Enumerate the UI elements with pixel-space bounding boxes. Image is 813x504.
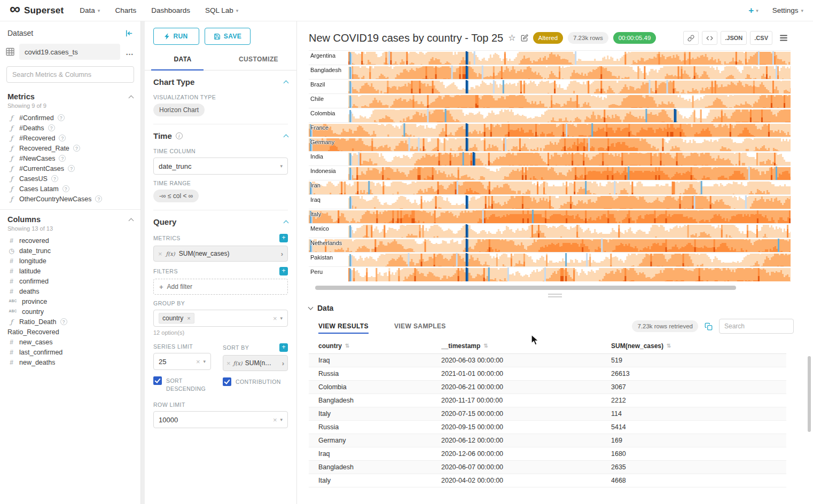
copy-data-icon[interactable]: [705, 322, 713, 330]
expand-metric-icon[interactable]: ›: [281, 250, 283, 257]
chevron-up-icon[interactable]: [129, 218, 134, 223]
vertical-scrollbar-thumb[interactable]: [808, 356, 811, 432]
horizon-row[interactable]: Pakistan: [309, 252, 791, 266]
table-row[interactable]: Iraq 2020-06-03 00:00:00 519: [309, 354, 786, 367]
column-item[interactable]: # confirmed: [0, 276, 140, 286]
group-by-select[interactable]: country × × ▾: [153, 310, 288, 327]
metric-item[interactable]: ƒ #Confirmed ?: [0, 113, 140, 123]
column-header[interactable]: SUM(new_cases) ⇅: [611, 342, 786, 350]
table-row[interactable]: Russia 2020-09-15 00:00:00 5414: [309, 421, 786, 434]
export-json-button[interactable]: .JSON: [721, 31, 747, 45]
horizon-row[interactable]: France: [309, 122, 791, 137]
series-limit-select[interactable]: 25 × ▾: [153, 353, 211, 370]
horizon-row[interactable]: Indonesia: [309, 166, 791, 180]
new-item-menu[interactable]: + ▾: [748, 6, 758, 15]
clear-icon[interactable]: ×: [273, 416, 277, 423]
add-metric-button[interactable]: +: [279, 234, 288, 242]
chevron-up-icon[interactable]: [129, 95, 134, 100]
altered-badge[interactable]: Altered: [533, 32, 563, 44]
horizon-row[interactable]: Colombia: [309, 108, 791, 122]
horizon-row[interactable]: Italy: [309, 209, 791, 223]
horizon-row[interactable]: Bangladesh: [309, 65, 791, 79]
metric-item[interactable]: ƒ #NewCases ?: [0, 153, 140, 163]
metric-item[interactable]: ƒ CasesUS ?: [0, 174, 140, 184]
column-header[interactable]: country ⇅: [309, 342, 441, 350]
metric-item[interactable]: ƒ #Recovered ?: [0, 133, 140, 143]
column-item[interactable]: ◷ date_trunc: [0, 246, 140, 256]
resize-handle[interactable]: [548, 294, 562, 297]
table-row[interactable]: Italy 2020-07-15 00:00:00 114: [309, 407, 786, 421]
metric-item[interactable]: ƒ #Deaths ?: [0, 123, 140, 133]
metric-item[interactable]: ƒ OtherCountryNewCases ?: [0, 194, 140, 204]
edit-properties-icon[interactable]: [521, 34, 528, 42]
horizon-row[interactable]: Brazil: [309, 79, 791, 93]
sort-icon[interactable]: ⇅: [345, 343, 349, 349]
chevron-up-icon[interactable]: [284, 220, 289, 226]
contribution-checkbox[interactable]: [223, 377, 231, 386]
column-item[interactable]: Ratio_Recovered: [0, 327, 140, 337]
sort-by-select[interactable]: × ƒ(x) SUM(new_cases) ›: [223, 355, 288, 371]
dataset-options-icon[interactable]: …: [124, 48, 135, 57]
viz-type-value[interactable]: Horizon Chart: [153, 104, 205, 116]
sort-descending-checkbox[interactable]: [153, 376, 162, 385]
metric-item[interactable]: ƒ #CurrentCases ?: [0, 163, 140, 174]
metric-item[interactable]: ƒ Cases Latam ?: [0, 184, 140, 194]
clear-icon[interactable]: ×: [196, 358, 200, 365]
horizon-row[interactable]: Iran: [309, 180, 791, 194]
table-row[interactable]: Iraq 2020-12-06 00:00:00 1680: [309, 447, 786, 461]
group-by-tag[interactable]: country ×: [159, 313, 194, 324]
table-row[interactable]: Italy 2020-04-02 00:00:00 4668: [309, 474, 786, 487]
embed-code-button[interactable]: [702, 31, 717, 45]
column-item[interactable]: ƒ Ratio_Death ?: [0, 317, 140, 327]
nav-item[interactable]: SQL Lab ▾: [205, 6, 238, 14]
column-item[interactable]: ABC country: [0, 306, 140, 317]
metric-pill[interactable]: × ƒ(x) SUM(new_cases) ›: [153, 246, 288, 262]
chevron-up-icon[interactable]: [284, 135, 289, 140]
copy-link-button[interactable]: [683, 31, 699, 45]
column-item[interactable]: # last_confirmed: [0, 347, 140, 357]
horizon-row[interactable]: Mexico: [309, 223, 791, 238]
metrics-columns-search-input[interactable]: [6, 66, 134, 83]
metric-item[interactable]: ƒ Recovered_Rate ?: [0, 143, 140, 153]
add-filter-dropzone[interactable]: + Add filter: [153, 279, 288, 295]
collapse-panel-icon[interactable]: [125, 29, 133, 37]
add-filter-button[interactable]: +: [279, 267, 288, 275]
nav-item[interactable]: Data ▾: [80, 6, 100, 14]
tab-view-results[interactable]: VIEW RESULTS: [318, 316, 369, 337]
tab-customize[interactable]: CUSTOMIZE: [221, 49, 296, 70]
dataset-name[interactable]: covid19.cases_ts: [19, 44, 120, 60]
favorite-star-icon[interactable]: ☆: [508, 34, 515, 42]
add-sort-by-button[interactable]: +: [279, 343, 288, 352]
chevron-down-icon[interactable]: [308, 305, 314, 310]
column-header[interactable]: __timestamp ⇅: [441, 342, 611, 350]
horizon-row[interactable]: Iraq: [309, 194, 791, 209]
sort-icon[interactable]: ⇅: [667, 343, 671, 349]
remove-metric-icon[interactable]: ×: [158, 250, 162, 257]
sort-icon[interactable]: ⇅: [483, 343, 488, 349]
column-item[interactable]: # recovered: [0, 235, 140, 246]
horizon-row[interactable]: Peru: [309, 266, 791, 281]
remove-sort-icon[interactable]: ×: [226, 360, 231, 367]
tab-data[interactable]: DATA: [145, 49, 221, 70]
expand-sort-icon[interactable]: ›: [282, 360, 284, 367]
nav-item[interactable]: Dashboards: [151, 6, 190, 14]
results-search-input[interactable]: [719, 319, 794, 334]
column-item[interactable]: # new_cases: [0, 337, 140, 347]
nav-item[interactable]: Charts: [115, 6, 136, 14]
table-row[interactable]: Russia 2021-01-01 00:00:00 26613: [309, 367, 786, 381]
table-row[interactable]: Germany 2020-06-12 00:00:00 169: [309, 434, 786, 447]
table-row[interactable]: Colombia 2020-06-21 00:00:00 3067: [309, 381, 786, 394]
column-item[interactable]: ABC province: [0, 296, 140, 306]
horizon-row[interactable]: Chile: [309, 93, 791, 108]
horizontal-scrollbar-thumb[interactable]: [315, 286, 736, 290]
time-column-select[interactable]: date_trunc ▾: [153, 158, 288, 175]
run-button[interactable]: RUN: [153, 28, 199, 45]
horizon-row[interactable]: Netherlands: [309, 238, 791, 252]
row-limit-select[interactable]: 10000 × ▾: [153, 411, 288, 428]
save-button[interactable]: SAVE: [205, 28, 251, 45]
column-item[interactable]: # deaths: [0, 286, 140, 296]
time-range-value[interactable]: -∞ ≤ col < ∞: [153, 190, 199, 202]
horizon-row[interactable]: Germany: [309, 137, 791, 151]
superset-logo[interactable]: ∞ Superset: [10, 5, 64, 16]
chart-menu-button[interactable]: [776, 31, 792, 45]
